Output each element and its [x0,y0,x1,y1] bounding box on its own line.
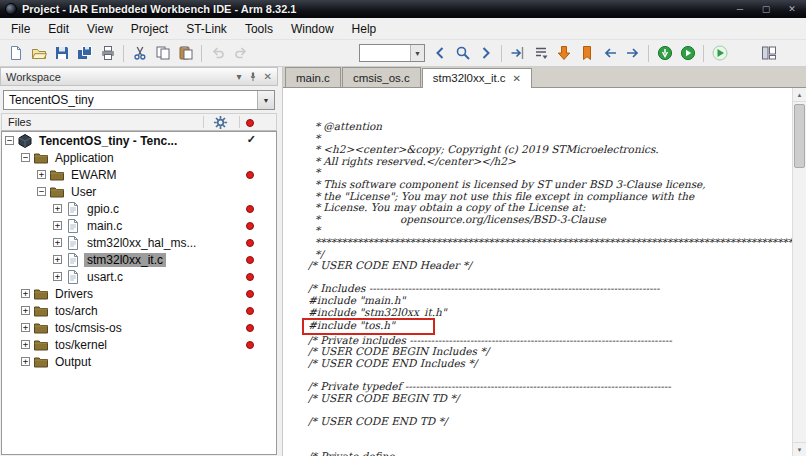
tree-label[interactable]: Application [52,151,117,165]
editor-tab-cmsis-os-c[interactable]: cmsis_os.c [342,67,421,87]
menu-tools[interactable]: Tools [236,20,282,38]
tree-label[interactable]: EWARM [68,168,120,182]
bookmark-button[interactable] [575,42,598,64]
tree-item-ewarm[interactable]: +EWARM [2,166,276,183]
tree-label[interactable]: usart.c [84,270,126,284]
expand-icon[interactable]: + [53,238,62,247]
tree-item-stm32l0xx-it-c[interactable]: +stm32l0xx_it.c [2,251,276,268]
tree-item-user[interactable]: −User [2,183,276,200]
tree-label[interactable]: TencentOS_tiny - Tenc... [36,134,180,148]
save-button[interactable] [50,42,73,64]
expand-icon[interactable]: + [21,340,30,349]
tree-item-stm32l0xx-hal-ms[interactable]: +stm32l0xx_hal_ms... [2,234,276,251]
tree-label[interactable]: Drivers [52,287,96,301]
debug-without-downloading-button[interactable] [676,42,699,64]
folder-icon [33,320,49,336]
close-panel-icon[interactable]: ✕ [264,72,272,82]
expand-icon[interactable]: + [21,306,30,315]
save-all-button[interactable] [73,42,96,64]
goto-line-button[interactable] [506,42,529,64]
tree-item-main-c[interactable]: +main.c [2,217,276,234]
tree-item-tos-arch[interactable]: +tos/arch [2,302,276,319]
modified-indicator [246,324,254,332]
expand-icon[interactable]: + [53,255,62,264]
redo-button[interactable] [229,42,252,64]
folder-icon [33,303,49,319]
print-button[interactable] [96,42,119,64]
files-column-header[interactable]: Files [1,113,277,131]
navigate-forward-button[interactable] [621,42,644,64]
tree-item-output[interactable]: +Output [2,353,276,370]
copy-button[interactable] [151,42,174,64]
tree-item-application[interactable]: −Application [2,149,276,166]
code-editor[interactable]: * @attention * * <h2><center>&copy; Copy… [283,121,792,456]
open-file-button[interactable] [27,42,50,64]
tree-item-usart-c[interactable]: +usart.c [2,268,276,285]
expand-icon[interactable]: + [21,357,30,366]
search-button[interactable] [451,42,474,64]
maximize-button[interactable]: ▢ [757,4,775,14]
collapse-icon[interactable]: − [21,153,30,162]
menu-edit[interactable]: Edit [39,20,78,38]
quick-search-combo[interactable]: ▼ [359,44,425,62]
menu-help[interactable]: Help [343,20,386,38]
tree-item-gpio-c[interactable]: +gpio.c [2,200,276,217]
expand-icon[interactable]: + [37,170,46,179]
tree-label[interactable]: main.c [84,219,125,233]
menu-project[interactable]: Project [122,20,177,38]
expand-icon[interactable]: + [21,289,30,298]
editor-tab-main-c[interactable]: main.c [285,67,341,87]
expand-icon[interactable]: + [53,272,62,281]
tree-label[interactable]: Output [52,355,94,369]
function-list-button[interactable] [529,42,552,64]
workspace-file-tree[interactable]: −TencentOS_tiny - Tenc...✓−Application+E… [1,131,277,455]
code-line: ****************************************… [308,237,792,249]
collapse-icon[interactable]: − [5,136,14,145]
scrollbar-thumb[interactable] [794,104,805,168]
tree-label[interactable]: tos/kernel [52,338,110,352]
editor-tab-stm32l0xx-it-c[interactable]: stm32l0xx_it.c✕ [422,68,532,88]
menu-file[interactable]: File [2,20,39,38]
find-next-button[interactable] [474,42,497,64]
tree-item-tos-cmsis-os[interactable]: +tos/cmsis-os [2,319,276,336]
pin-icon[interactable] [247,71,259,83]
tree-item-tos-kernel[interactable]: +tos/kernel [2,336,276,353]
minimize-button[interactable]: ─ [731,4,749,14]
go-button[interactable] [708,42,731,64]
menu-st-link[interactable]: ST-Link [177,20,236,38]
expand-icon[interactable]: + [53,221,62,230]
tree-label[interactable]: gpio.c [84,202,122,216]
make-button[interactable] [757,42,780,64]
download-flash-button[interactable] [552,42,575,64]
tree-label[interactable]: User [68,185,99,199]
tree-item-tencentos-tiny-tenc[interactable]: −TencentOS_tiny - Tenc...✓ [2,132,276,149]
workspace-config-dropdown[interactable]: TencentOS_tiny ▼ [3,90,275,110]
close-button[interactable]: ✕ [783,4,801,14]
scroll-up-icon[interactable]: ▲ [793,88,806,102]
tree-label[interactable]: stm32l0xx_hal_ms... [84,236,199,250]
paste-button[interactable] [174,42,197,64]
code-line: #include "main.h" [308,295,792,307]
download-and-debug-button[interactable] [653,42,676,64]
tree-label[interactable]: stm32l0xx_it.c [84,253,166,267]
dropdown-arrow-icon[interactable]: ▼ [257,91,274,109]
find-previous-button[interactable] [428,42,451,64]
tree-label[interactable]: tos/cmsis-os [52,321,125,335]
dropdown-arrow-icon[interactable]: ▼ [410,45,424,61]
menu-window[interactable]: Window [282,20,343,38]
tab-close-icon[interactable]: ✕ [513,73,521,84]
new-document-button[interactable] [4,42,27,64]
navigate-back-button[interactable] [598,42,621,64]
undo-button[interactable] [206,42,229,64]
tree-label[interactable]: tos/arch [52,304,101,318]
collapse-icon[interactable]: − [37,187,46,196]
editor-vertical-scrollbar[interactable]: ▲ ▼ [792,88,806,456]
scroll-down-icon[interactable]: ▼ [793,442,806,456]
cut-button[interactable] [128,42,151,64]
open-file-icon [31,45,47,61]
expand-icon[interactable]: + [21,323,30,332]
chevron-down-icon[interactable]: ▾ [237,72,242,82]
tree-item-drivers[interactable]: +Drivers [2,285,276,302]
menu-view[interactable]: View [78,20,122,38]
expand-icon[interactable]: + [53,204,62,213]
